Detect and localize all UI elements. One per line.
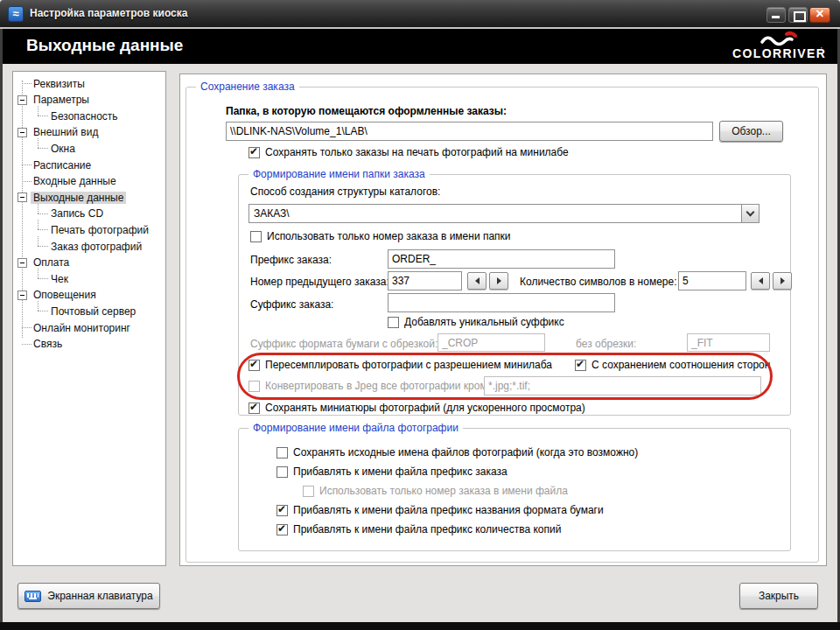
orders-folder-input[interactable] bbox=[226, 122, 713, 141]
order-suffix-input[interactable] bbox=[388, 293, 615, 312]
tree-collapse-icon[interactable] bbox=[18, 128, 27, 137]
sidebar-item[interactable]: Заказ фотографий bbox=[12, 238, 164, 255]
group-folder-name-title: Формирование имени папки заказа bbox=[248, 168, 430, 180]
browse-button-label: Обзор... bbox=[732, 125, 771, 137]
sidebar-item[interactable]: Связь bbox=[12, 336, 164, 353]
group-save-order-title: Сохранение заказа bbox=[196, 80, 299, 93]
sidebar-item[interactable]: Безопасность bbox=[12, 108, 164, 124]
tree-collapse-icon[interactable] bbox=[18, 192, 27, 202]
tree-collapse-icon[interactable] bbox=[18, 290, 27, 300]
save-thumbs-label: Сохранять миниатюры фотографий (для уско… bbox=[265, 402, 585, 414]
checkbox-row-save-thumbs: Сохранять миниатюры фотографий (для уско… bbox=[248, 402, 585, 414]
prev-number-increment-button[interactable] bbox=[489, 272, 508, 290]
file-option-checkbox[interactable] bbox=[276, 447, 288, 458]
sidebar-item[interactable]: Чек bbox=[12, 270, 164, 287]
window-border-left bbox=[0, 29, 3, 622]
sidebar-item-label: Связь bbox=[31, 338, 65, 350]
colorriver-logo: COLORRIVER ' bbox=[729, 29, 827, 67]
checkbox-row-only-minilab: Сохранять только заказы на печать фотогр… bbox=[248, 146, 569, 158]
structure-combobox[interactable]: ЗАКАЗ\ bbox=[248, 204, 760, 223]
keep-aspect-label: С сохранением соотношения сторон bbox=[592, 359, 770, 371]
window-title: Настройка параметров киоска bbox=[30, 7, 187, 19]
tree-collapse-icon[interactable] bbox=[18, 95, 27, 105]
file-option-label: Прибавлять к имени файла префикс количес… bbox=[293, 523, 561, 536]
sidebar-item[interactable]: Расписание bbox=[12, 157, 164, 173]
file-option-checkbox bbox=[303, 486, 314, 497]
browse-button[interactable]: Обзор... bbox=[719, 121, 783, 142]
prev-number-input[interactable] bbox=[388, 271, 462, 290]
checkbox-row-file-option: Прибавлять к имени файла префикс количес… bbox=[276, 523, 561, 536]
convert-exceptions-input bbox=[484, 376, 761, 396]
folder-label: Папка, в которую помещаются оформленные … bbox=[226, 105, 507, 117]
order-prefix-input[interactable] bbox=[388, 249, 615, 269]
sidebar-item[interactable]: Оповещения bbox=[12, 287, 164, 304]
suffix-label: Суффикс заказа: bbox=[250, 298, 333, 311]
prev-number-decrement-button[interactable] bbox=[467, 272, 486, 290]
prefix-label: Префикс заказа: bbox=[250, 254, 332, 266]
unique-suffix-label: Добавлять уникальный суффикс bbox=[404, 316, 564, 328]
digits-decrement-button[interactable] bbox=[751, 272, 770, 290]
sidebar-item-label: Чек bbox=[48, 273, 71, 285]
unique-suffix-checkbox[interactable] bbox=[388, 317, 399, 328]
file-option-label: Использовать только номер заказа в имени… bbox=[319, 485, 568, 497]
file-option-label: Сохранять исходные имена файлов фотограф… bbox=[293, 446, 638, 458]
digits-increment-button[interactable] bbox=[773, 272, 792, 290]
paper-suffix-label: Суффикс формата бумаги с обрезкой: bbox=[250, 338, 438, 350]
combobox-dropdown-button[interactable] bbox=[741, 205, 759, 222]
sidebar-tree: РеквизитыПараметрыБезопасностьВнешний ви… bbox=[12, 74, 166, 564]
sidebar-item[interactable]: Внешний вид bbox=[12, 124, 164, 141]
keep-aspect-checkbox[interactable] bbox=[575, 360, 586, 371]
resample-label: Пересемплировать фотографии с разрешение… bbox=[265, 359, 552, 371]
crop-suffix-input bbox=[438, 333, 545, 352]
tree-collapse-icon[interactable] bbox=[18, 258, 27, 268]
sidebar-item-label: Реквизиты bbox=[31, 78, 88, 90]
only-minilab-label: Сохранять только заказы на печать фотогр… bbox=[265, 146, 569, 158]
maximize-button[interactable] bbox=[788, 7, 808, 23]
resample-checkbox[interactable] bbox=[248, 360, 260, 371]
file-option-checkbox[interactable] bbox=[276, 505, 288, 516]
onscreen-keyboard-button[interactable]: Экранная клавиатура bbox=[18, 583, 160, 609]
sidebar-item[interactable]: Окна bbox=[12, 140, 164, 157]
sidebar-item[interactable]: Оплата bbox=[12, 255, 164, 271]
digits-label: Количество символов в номере: bbox=[520, 276, 677, 288]
sidebar-item-label: Расписание bbox=[31, 159, 94, 172]
structure-label: Способ создания структуры каталогов: bbox=[250, 186, 440, 198]
checkbox-row-resample: Пересемплировать фотографии с разрешение… bbox=[248, 359, 552, 371]
close-window-button[interactable] bbox=[809, 7, 830, 23]
sidebar-item[interactable]: Выходные данные bbox=[12, 189, 164, 206]
file-option-checkbox[interactable] bbox=[276, 466, 288, 478]
sidebar-item[interactable]: Параметры bbox=[12, 92, 164, 108]
close-button-label: Закрыть bbox=[759, 590, 799, 602]
only-number-folder-checkbox[interactable] bbox=[250, 231, 262, 242]
convert-jpeg-label: Конвертировать в Jpeg все фотографии кро… bbox=[265, 380, 493, 392]
sidebar-item[interactable]: Запись CD bbox=[12, 206, 164, 222]
sidebar-item-label: Оплата bbox=[31, 256, 72, 269]
sidebar-item[interactable]: Почтовый сервер bbox=[12, 303, 164, 319]
save-thumbs-checkbox[interactable] bbox=[248, 402, 260, 414]
only-minilab-checkbox[interactable] bbox=[248, 147, 260, 158]
no-crop-label: без обрезки: bbox=[576, 338, 636, 350]
file-option-label: Прибавлять к имени файла префикс заказа bbox=[293, 466, 508, 478]
file-option-checkbox[interactable] bbox=[276, 524, 288, 536]
checkbox-row-unique-suffix: Добавлять уникальный суффикс bbox=[388, 316, 564, 328]
minimize-button[interactable] bbox=[766, 7, 786, 23]
sidebar-item[interactable]: Реквизиты bbox=[12, 75, 164, 92]
checkbox-row-file-option: Сохранять исходные имена файлов фотограф… bbox=[276, 446, 638, 458]
sidebar-item-label: Окна bbox=[48, 143, 78, 155]
kiosk-settings-window: ≈ Настройка параметров киоска Выходные д… bbox=[0, 0, 840, 630]
chevron-down-icon bbox=[746, 208, 755, 217]
titlebar[interactable]: ≈ Настройка параметров киоска bbox=[0, 0, 840, 27]
sidebar-item[interactable]: Онлайн мониторинг bbox=[12, 319, 164, 336]
digits-count-input[interactable] bbox=[678, 271, 746, 290]
sidebar-item-label: Выходные данные bbox=[31, 192, 126, 204]
brand-text: COLORRIVER bbox=[732, 46, 826, 60]
sidebar-item[interactable]: Входные данные bbox=[12, 173, 164, 190]
only-number-folder-label: Использовать только номер заказа в имени… bbox=[267, 230, 511, 242]
close-button[interactable]: Закрыть bbox=[739, 583, 818, 609]
sidebar-item[interactable]: Печать фотографий bbox=[12, 221, 164, 238]
fit-suffix-input bbox=[687, 333, 770, 352]
checkbox-row-file-option: Прибавлять к имени файла префикс названи… bbox=[276, 504, 604, 516]
prev-number-label: Номер предыдущего заказа: bbox=[250, 276, 389, 288]
app-wave-icon: ≈ bbox=[8, 6, 24, 22]
sidebar-item-label: Внешний вид bbox=[31, 126, 101, 138]
